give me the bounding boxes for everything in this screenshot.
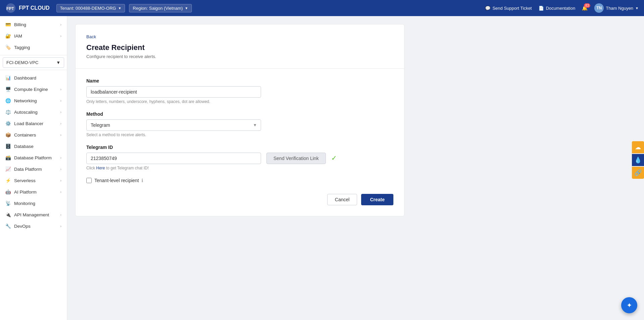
notification-badge: 83 xyxy=(584,3,590,8)
notifications-button[interactable]: 🔔 83 xyxy=(582,5,588,11)
sidebar-item-ai-platform[interactable]: 🤖 AI Platform › xyxy=(0,186,67,198)
sidebar: 💳 Billing › 🔐 IAM › 🏷️ Tagging FCI-DEMO-… xyxy=(0,16,67,320)
send-support-ticket-button[interactable]: 💬 Send Support Ticket xyxy=(485,6,532,11)
documentation-button[interactable]: 📄 Documentation xyxy=(539,6,575,11)
sidebar-divider-2 xyxy=(0,70,67,70)
vpc-label: FCI-DEMO-VPC xyxy=(6,60,38,65)
iam-label: IAM xyxy=(14,34,22,39)
containers-label: Containers xyxy=(14,132,36,138)
sidebar-divider xyxy=(0,55,67,55)
sidebar-item-database[interactable]: 🗄️ Database xyxy=(0,141,67,152)
method-hint: Select a method to receive alerts. xyxy=(86,132,393,137)
sidebar-item-api-management[interactable]: 🔌 API Management › xyxy=(0,209,67,220)
topnav-right-section: 💬 Send Support Ticket 📄 Documentation 🔔 … xyxy=(485,3,639,13)
load-balancer-icon: ⚙️ xyxy=(5,121,11,126)
load-balancer-label: Load Balancer xyxy=(14,121,43,126)
info-icon[interactable]: ℹ xyxy=(141,178,143,183)
send-verification-link-button[interactable]: Send Verification Link xyxy=(266,153,326,164)
billing-chevron-icon: › xyxy=(60,22,61,26)
api-management-label: API Management xyxy=(14,212,49,217)
sidebar-item-data-platform[interactable]: 📈 Data Platform › xyxy=(0,163,67,175)
sidebar-item-containers[interactable]: 📦 Containers › xyxy=(0,129,67,141)
serverless-label: Serverless xyxy=(14,178,36,183)
telegram-id-input[interactable] xyxy=(86,153,261,164)
sidebar-item-monitoring[interactable]: 📡 Monitoring xyxy=(0,198,67,209)
form-divider xyxy=(76,68,404,69)
create-button[interactable]: Create xyxy=(361,194,393,205)
tenant-label: Tenant: 000488-DEMO-ORG xyxy=(60,6,116,11)
monitoring-icon: 📡 xyxy=(5,201,11,206)
float-button-1[interactable]: ☁ xyxy=(632,141,644,153)
sidebar-item-billing[interactable]: 💳 Billing › xyxy=(0,19,67,30)
back-link[interactable]: Back xyxy=(86,34,96,39)
vpc-arrow-icon: ▼ xyxy=(56,60,60,65)
telegram-hint: Click Here to get Telegram chat ID! xyxy=(86,166,393,170)
sidebar-item-load-balancer[interactable]: ⚙️ Load Balancer › xyxy=(0,118,67,129)
fab-button[interactable]: ✦ xyxy=(621,297,637,313)
tagging-icon: 🏷️ xyxy=(5,45,11,50)
user-initials: TN xyxy=(596,6,602,10)
main-content: Back Create Recipient Configure recipien… xyxy=(67,16,644,320)
compute-engine-icon: 🖥️ xyxy=(5,87,11,92)
float-button-3[interactable]: 🔗 xyxy=(632,167,644,179)
here-link[interactable]: Here xyxy=(96,166,105,170)
fab-icon: ✦ xyxy=(627,301,632,309)
devops-label: DevOps xyxy=(14,224,31,229)
name-field-group: Name Only letters, numbers, underscore, … xyxy=(86,78,393,104)
networking-chevron-icon: › xyxy=(60,99,61,103)
sidebar-item-autoscaling[interactable]: ⚖️ Autoscaling › xyxy=(0,106,67,118)
tenant-level-label: Tenant-level recipient xyxy=(94,178,139,183)
method-label: Method xyxy=(86,111,393,117)
data-platform-icon: 📈 xyxy=(5,166,11,172)
devops-icon: 🔧 xyxy=(5,223,11,229)
name-input[interactable] xyxy=(86,86,261,98)
avatar: TN xyxy=(594,3,604,13)
iam-icon: 🔐 xyxy=(5,33,11,39)
database-platform-chevron-icon: › xyxy=(60,156,61,160)
method-select-wrap: Telegram Email Slack ▼ xyxy=(86,119,261,131)
telegram-id-field-group: Telegram ID Send Verification Link ✓ Cli… xyxy=(86,145,393,170)
logo-text: FPT CLOUD xyxy=(19,5,50,11)
autoscaling-label: Autoscaling xyxy=(14,110,38,115)
telegram-id-label: Telegram ID xyxy=(86,145,393,150)
compute-engine-label: Compute Engine xyxy=(14,87,48,92)
app-layout: 💳 Billing › 🔐 IAM › 🏷️ Tagging FCI-DEMO-… xyxy=(0,16,644,320)
sidebar-item-tagging[interactable]: 🏷️ Tagging xyxy=(0,42,67,53)
sidebar-item-iam[interactable]: 🔐 IAM › xyxy=(0,30,67,42)
sidebar-item-devops[interactable]: 🔧 DevOps › xyxy=(0,220,67,232)
sidebar-item-networking[interactable]: 🌐 Networking › xyxy=(0,95,67,106)
page-subtitle: Configure recipient to receive alerts. xyxy=(86,54,393,59)
containers-icon: 📦 xyxy=(5,132,11,138)
ai-platform-chevron-icon: › xyxy=(60,190,61,194)
tenant-level-checkbox[interactable] xyxy=(86,178,92,183)
create-recipient-card: Back Create Recipient Configure recipien… xyxy=(75,24,404,216)
sidebar-item-compute-engine[interactable]: 🖥️ Compute Engine › xyxy=(0,84,67,95)
floating-side-buttons: ☁ 💧 🔗 xyxy=(632,141,644,179)
method-select[interactable]: Telegram Email Slack xyxy=(86,119,261,131)
user-arrow-icon: ▼ xyxy=(635,6,639,10)
support-label: Send Support Ticket xyxy=(492,6,532,11)
region-dropdown[interactable]: Region: Saigon (Vietnam) ▼ xyxy=(129,4,192,12)
autoscaling-chevron-icon: › xyxy=(60,110,61,114)
billing-label: Billing xyxy=(14,22,26,27)
data-platform-chevron-icon: › xyxy=(60,167,61,171)
page-title: Create Recipient xyxy=(86,43,393,52)
compute-chevron-icon: › xyxy=(60,87,61,91)
float-button-2[interactable]: 💧 xyxy=(632,154,644,166)
monitoring-label: Monitoring xyxy=(14,201,35,206)
region-arrow-icon: ▼ xyxy=(185,6,188,10)
dashboard-label: Dashboard xyxy=(14,75,36,81)
user-name: Tham Nguyen xyxy=(606,6,633,11)
verify-btn-label: Send Verification Link xyxy=(273,156,319,161)
sidebar-item-serverless[interactable]: ⚡ Serverless › xyxy=(0,175,67,186)
top-navigation: FPT FPT CLOUD Tenant: 000488-DEMO-ORG ▼ … xyxy=(0,0,644,16)
user-menu-button[interactable]: TN Tham Nguyen ▼ xyxy=(594,3,639,13)
sidebar-item-database-platform[interactable]: 🗃️ Database Platform › xyxy=(0,152,67,163)
cancel-button[interactable]: Cancel xyxy=(327,194,357,205)
vpc-selector[interactable]: FCI-DEMO-VPC ▼ xyxy=(3,57,64,68)
serverless-icon: ⚡ xyxy=(5,178,11,183)
region-label: Region: Saigon (Vietnam) xyxy=(133,6,183,11)
tenant-dropdown[interactable]: Tenant: 000488-DEMO-ORG ▼ xyxy=(56,4,125,12)
sidebar-item-dashboard[interactable]: 📊 Dashboard xyxy=(0,72,67,84)
api-management-icon: 🔌 xyxy=(5,212,11,217)
